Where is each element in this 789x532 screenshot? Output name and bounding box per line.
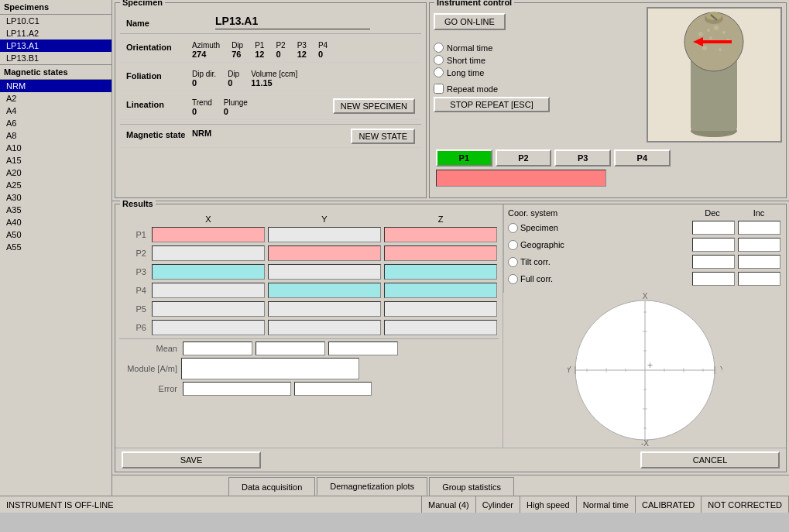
instrument-status-segment: INSTRUMENT IS OFF-LINE	[0, 496, 422, 513]
tab-data-acquisition[interactable]: Data acquisition	[228, 477, 315, 496]
geographic-dec-input[interactable]	[692, 238, 735, 252]
specimen-item[interactable]: LP11.A2	[0, 27, 111, 39]
p1-y-input[interactable]	[268, 227, 381, 242]
full-coor-row: Full corr.	[508, 272, 782, 286]
tab-demagnetization-plots[interactable]: Demagnetization plots	[317, 477, 427, 496]
p6-y-input[interactable]	[268, 320, 381, 335]
error-input1[interactable]	[183, 382, 291, 396]
specimen-item[interactable]: LP10.C1	[0, 15, 111, 27]
orientation-label: Orientation	[126, 41, 192, 52]
tab-group-statistics[interactable]: Group statistics	[429, 477, 514, 496]
p1-button[interactable]: P1	[436, 149, 492, 166]
magnetic-item[interactable]: A4	[0, 105, 111, 117]
repeat-mode-checkbox[interactable]: Repeat mode	[434, 84, 639, 94]
dip2-value: 0	[228, 78, 239, 88]
stop-repeat-button[interactable]: STOP REPEAT [ESC]	[434, 97, 550, 112]
magnetic-item[interactable]: A15	[0, 154, 111, 166]
p5-y-input[interactable]	[268, 301, 381, 317]
cancel-button[interactable]: CANCEL	[640, 451, 780, 469]
results-table: X Y Z P1 P2	[115, 204, 503, 448]
tilt-inc-input[interactable]	[738, 255, 780, 269]
p3-button[interactable]: P3	[554, 149, 611, 166]
p3-y-input[interactable]	[268, 264, 381, 280]
error-input2[interactable]	[294, 382, 372, 396]
trend-label: Trend	[192, 98, 212, 107]
p6-z-input[interactable]	[384, 320, 497, 335]
mean-label: Mean	[119, 344, 181, 353]
specimen-radio-label[interactable]: Specimen	[508, 223, 691, 233]
p4-z-input[interactable]	[384, 283, 497, 298]
svg-text:Y: Y	[720, 366, 722, 374]
p2-z-input[interactable]	[384, 245, 497, 261]
module-input[interactable]	[181, 358, 359, 379]
new-specimen-button[interactable]: NEW SPECIMEN	[333, 98, 415, 114]
magnetic-item[interactable]: A20	[0, 166, 111, 179]
mean-y-input[interactable]	[256, 342, 325, 355]
p3-z-input[interactable]	[384, 264, 497, 280]
magnetic-item[interactable]: A55	[0, 241, 111, 253]
p1-label: P1	[255, 41, 264, 50]
magnetic-item[interactable]: A40	[0, 216, 111, 228]
specimen-dec-input[interactable]	[692, 221, 735, 235]
p3-value: 12	[297, 50, 307, 59]
tilt-dec-input[interactable]	[692, 255, 735, 269]
p4-x-input[interactable]	[152, 283, 265, 298]
geographic-inc-input[interactable]	[738, 238, 780, 252]
full-inc-input[interactable]	[738, 272, 780, 286]
p2-result-row: P2	[119, 245, 499, 261]
p6-x-input[interactable]	[152, 320, 265, 335]
normal-time-radio[interactable]: Normal time	[434, 43, 639, 53]
tilt-coor-row: Tilt corr.	[508, 255, 782, 269]
magnetic-item[interactable]: A10	[0, 142, 111, 154]
high-speed-segment: High speed	[520, 496, 577, 513]
p3-x-input[interactable]	[152, 264, 265, 280]
magnetic-state-value: NRM	[192, 129, 211, 138]
magnetic-item[interactable]: A6	[0, 117, 111, 129]
magnetic-item[interactable]: A50	[0, 228, 111, 241]
p6-row-label: P6	[119, 323, 150, 332]
svg-point-11	[719, 48, 722, 51]
p2-x-input[interactable]	[152, 245, 265, 261]
magnetic-item[interactable]: A8	[0, 129, 111, 142]
new-state-button[interactable]: NEW STATE	[351, 129, 415, 144]
specimen-inc-input[interactable]	[738, 221, 780, 235]
long-time-radio[interactable]: Long time	[434, 67, 639, 77]
save-button[interactable]: SAVE	[122, 451, 261, 469]
full-radio-label[interactable]: Full corr.	[508, 274, 691, 284]
p5-z-input[interactable]	[384, 301, 497, 317]
p4-button[interactable]: P4	[614, 149, 671, 166]
dec-label: Dec	[689, 208, 736, 218]
p1-z-input[interactable]	[384, 227, 497, 242]
plunge-value: 0	[224, 107, 248, 116]
short-time-radio[interactable]: Short time	[434, 55, 639, 65]
magnetic-item-selected[interactable]: NRM	[0, 80, 111, 92]
instrument-panel-title: Instrument control	[434, 0, 514, 7]
specimen-list: LP10.C1 LP11.A2 LP13.A1 LP13.B1	[0, 15, 111, 65]
magnetic-item[interactable]: A35	[0, 204, 111, 216]
specimen-item-selected[interactable]: LP13.A1	[0, 39, 111, 52]
p5-x-input[interactable]	[152, 301, 265, 317]
magnetic-item[interactable]: A2	[0, 92, 111, 105]
tilt-radio-label[interactable]: Tilt corr.	[508, 257, 691, 267]
lineation-label: Lineation	[126, 98, 192, 109]
svg-text:-Y: -Y	[568, 366, 571, 374]
p4-y-input[interactable]	[268, 283, 381, 298]
full-dec-input[interactable]	[692, 272, 735, 286]
p2-y-input[interactable]	[268, 245, 381, 261]
geographic-radio-label[interactable]: Geographic	[508, 240, 691, 250]
dip-dir-value: 0	[192, 78, 216, 88]
p1-x-input[interactable]	[152, 227, 265, 242]
magnetic-item[interactable]: A25	[0, 179, 111, 191]
sidebar: Specimens LP10.C1 LP11.A2 LP13.A1 LP13.B…	[0, 0, 112, 496]
p4-result-row: P4	[119, 283, 499, 298]
coor-system-section: Coor. system Dec Inc Specimen	[503, 204, 786, 293]
magnetic-item[interactable]: A30	[0, 191, 111, 204]
mean-x-input[interactable]	[183, 342, 252, 355]
specimen-item[interactable]: LP13.B1	[0, 52, 111, 64]
mean-z-input[interactable]	[328, 342, 398, 355]
svg-point-4	[698, 32, 703, 36]
go-online-button[interactable]: GO ON-LINE	[434, 13, 506, 30]
p2-button[interactable]: P2	[496, 149, 552, 166]
not-corrected-text: NOT CORRECTED	[708, 500, 782, 510]
svg-point-12	[709, 36, 712, 39]
